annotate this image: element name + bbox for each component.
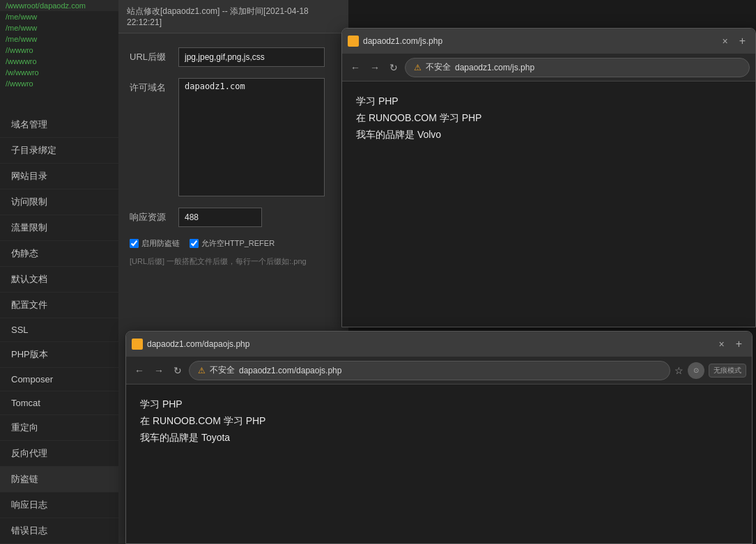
green-link-4[interactable]: /me/www [0,33,118,45]
browser-new-tab-btn-2[interactable]: + [732,336,746,352]
sidebar-item-composer[interactable]: Composer [0,368,118,391]
green-link-6[interactable]: /wwwwro [0,56,118,67]
content-line-1-3: 我车的品牌是 Volvo [356,129,741,141]
left-navigation: /wwwroot/dapaodz.com /me/www /me/www /me… [0,0,118,544]
not-secure-label-2: 不安全 [210,364,235,376]
browser-window-js-php: dapaodz1.com/js.php × + ← → ↻ ⚠ 不安全 dapa… [341,28,756,327]
sidebar-item-error-log[interactable]: 错误日志 [0,518,118,544]
content-line-1-1: 学习 PHP [356,95,741,108]
green-link-1[interactable]: /wwwroot/dapaodz.com [0,0,118,11]
browser-close-btn-1[interactable]: × [719,34,730,48]
sidebar-item-default-doc[interactable]: 默认文档 [0,267,118,293]
content-line-2-2: 在 RUNOOB.COM 学习 PHP [140,415,738,428]
no-tracking-button[interactable]: 无痕模式 [709,364,746,378]
forward-button-1[interactable]: → [367,59,383,76]
sidebar-item-redirect[interactable]: 重定向 [0,415,118,441]
back-button-2[interactable]: ← [132,362,147,379]
url-suffix-row: URL后缀 [130,47,337,67]
sidebar-item-php[interactable]: PHP版本 [0,342,118,368]
response-resource-label: 响应资源 [130,208,178,224]
content-line-2-1: 学习 PHP [140,398,738,411]
warning-icon-1: ⚠ [414,63,422,72]
address-text-1: dapaodz1.com/js.php [455,63,534,72]
profile-icon-2: ⊙ [688,362,704,379]
address-bar-2[interactable]: ⚠ 不安全 dapaodz1.com/dapaojs.php [189,361,670,380]
browser-tab-label-2: dapaodz1.com/dapaojs.php [147,339,711,349]
page-header: 站点修改[dapaodz1.com] -- 添加时间[2021-04-18 22… [118,0,348,33]
enable-hotlink-checkbox-item: 启用防盗链 [130,238,180,249]
allow-empty-referer-checkbox-item: 允许空HTTP_REFER [190,238,275,249]
allow-empty-referer-label: 允许空HTTP_REFER [201,238,275,249]
content-line-2-3: 我车的品牌是 Toyota [140,432,738,444]
allowed-domain-row: 许可域名 dapaodz1.com [130,78,337,196]
allow-empty-referer-checkbox[interactable] [190,239,199,248]
sidebar-item-access[interactable]: 访问限制 [0,189,118,215]
green-link-7[interactable]: /w/wwwro [0,67,118,78]
sidebar-item-tomcat[interactable]: Tomcat [0,391,118,415]
browser-close-btn-2[interactable]: × [716,337,727,351]
response-resource-row: 响应资源 [130,208,337,227]
profile-initial: ⊙ [693,366,699,374]
browser-navbar-1: ← → ↻ ⚠ 不安全 dapaodz1.com/js.php [342,54,755,81]
sidebar-item-hotlink[interactable]: 防盗链 [0,467,118,492]
green-link-3[interactable]: /me/www [0,22,118,33]
browser-titlebar-2: dapaodz1.com/dapaojs.php × + [126,332,752,357]
reload-button-1[interactable]: ↻ [387,59,401,76]
allowed-domain-label: 许可域名 [130,78,178,94]
hotlink-form: URL后缀 许可域名 dapaodz1.com 响应资源 启用防盗链 允许空HT… [118,33,348,281]
green-link-2[interactable]: /me/www [0,11,118,22]
url-suffix-label: URL后缀 [130,47,178,63]
sidebar-item-webdir[interactable]: 网站目录 [0,164,118,189]
sidebar-item-ssl[interactable]: SSL [0,318,118,342]
sidebar-item-access-log[interactable]: 响应日志 [0,492,118,518]
back-button-1[interactable]: ← [348,59,363,76]
sidebar-item-subdir[interactable]: 子目录绑定 [0,138,118,164]
enable-hotlink-label: 启用防盗链 [141,238,180,249]
green-link-5[interactable]: //wwwro [0,45,118,56]
forward-button-2[interactable]: → [151,362,167,379]
bookmark-icon-2[interactable]: ☆ [674,365,684,376]
green-link-8[interactable]: //wwwro [0,78,118,89]
browser-titlebar-1: dapaodz1.com/js.php × + [342,29,755,54]
browser-window-dapaojs: dapaodz1.com/dapaojs.php × + ← → ↻ ⚠ 不安全… [125,331,753,544]
address-text-2: dapaodz1.com/dapaojs.php [239,366,341,375]
warning-icon-2: ⚠ [198,366,206,375]
sidebar-item-reverse-proxy[interactable]: 反向代理 [0,441,118,467]
content-line-1-2: 在 RUNOOB.COM 学习 PHP [356,112,741,125]
browser-favicon-1 [348,36,359,47]
nav-menu: 域名管理 子目录绑定 网站目录 访问限制 流量限制 伪静态 默认文档 配置文件 … [0,112,118,544]
green-links: /wwwroot/dapaodz.com /me/www /me/www /me… [0,0,118,109]
browser-tab-label-1: dapaodz1.com/js.php [363,36,715,46]
response-resource-input[interactable] [178,208,262,227]
browser-favicon-2 [132,339,143,350]
browser-content-2: 学习 PHP 在 RUNOOB.COM 学习 PHP 我车的品牌是 Toyota [126,384,752,543]
hint-text: [URL后缀] 一般搭配文件后缀，每行一个后缀如:.png [130,256,337,267]
browser-new-tab-btn-1[interactable]: + [735,33,750,49]
reload-button-2[interactable]: ↻ [171,362,185,379]
sidebar-item-config[interactable]: 配置文件 [0,293,118,318]
allowed-domain-input[interactable]: dapaodz1.com [178,78,325,196]
not-secure-label-1: 不安全 [426,61,451,73]
enable-hotlink-checkbox[interactable] [130,239,139,248]
browser-navbar-2: ← → ↻ ⚠ 不安全 dapaodz1.com/dapaojs.php ☆ ⊙… [126,357,752,384]
browser-content-1: 学习 PHP 在 RUNOOB.COM 学习 PHP 我车的品牌是 Volvo [342,81,755,327]
url-suffix-input[interactable] [178,47,325,67]
sidebar-item-domain[interactable]: 域名管理 [0,112,118,138]
checkbox-row: 启用防盗链 允许空HTTP_REFER [130,238,337,249]
sidebar-item-rewrite[interactable]: 伪静态 [0,241,118,267]
sidebar-item-traffic[interactable]: 流量限制 [0,215,118,241]
address-bar-1[interactable]: ⚠ 不安全 dapaodz1.com/js.php [405,58,750,77]
